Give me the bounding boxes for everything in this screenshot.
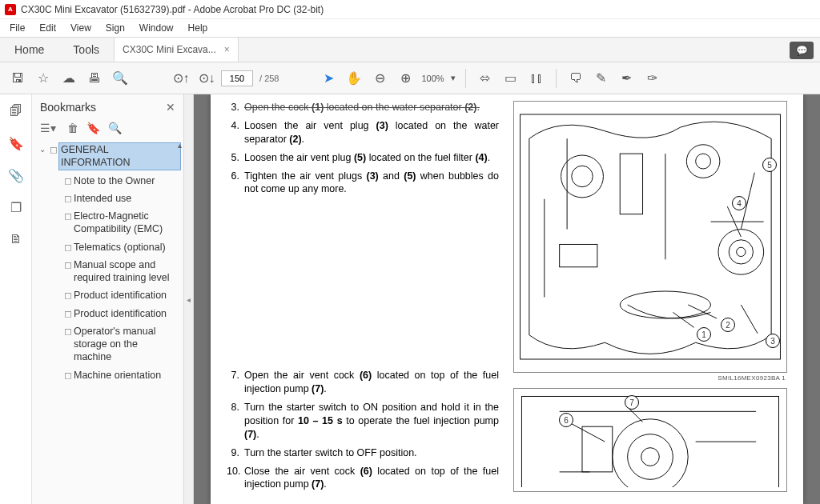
bookmark-item[interactable]: ◻Machine orientation bbox=[51, 366, 183, 384]
bookmarks-icon[interactable]: 🔖 bbox=[7, 134, 25, 152]
callout-7: 7 bbox=[625, 395, 639, 410]
svg-line-12 bbox=[688, 305, 717, 318]
bookmark-item[interactable]: ◻Product identification bbox=[51, 305, 183, 322]
figure-1-caption: SMIL16MEX0923BA 1 bbox=[513, 373, 787, 382]
nav-rail: 🗐 🔖 📎 ❐ 🗎 bbox=[0, 94, 32, 504]
fit-width-icon[interactable]: ⬄ bbox=[474, 67, 496, 90]
bookmark-item[interactable]: ◻Intended use bbox=[51, 190, 183, 207]
tab-tools[interactable]: Tools bbox=[58, 38, 114, 62]
zoom-out-icon[interactable]: ⊖ bbox=[368, 67, 391, 90]
bookmark-options-icon[interactable]: ☰▾ bbox=[40, 122, 56, 134]
instruction-step: 4.Loosen the air vent plug (3) located o… bbox=[227, 119, 499, 146]
attachments-icon[interactable]: 📎 bbox=[7, 166, 25, 184]
bookmark-label: Note to the Owner bbox=[74, 174, 180, 187]
document-viewport[interactable]: 3.Open the cock (1) located on the water… bbox=[194, 94, 820, 504]
bookmarks-list[interactable]: ▴ ⌄ ◻ GENERAL INFORMATION ◻Note to the O… bbox=[32, 139, 183, 504]
bookmark-glyph-icon: ◻ bbox=[62, 258, 74, 270]
tab-row: Home Tools CX30C Mini Excava... × 💬 bbox=[0, 37, 820, 62]
save-icon[interactable]: 🖫 bbox=[6, 67, 29, 90]
bookmark-item[interactable]: ◻Telematics (optional) bbox=[51, 238, 183, 256]
zoom-caret-icon[interactable]: ▾ bbox=[451, 73, 456, 83]
cloud-up-icon[interactable]: ☁ bbox=[58, 67, 80, 90]
comment-icon[interactable]: 🗨 bbox=[565, 67, 587, 90]
bookmark-delete-icon[interactable]: 🗑 bbox=[67, 122, 78, 134]
menu-window[interactable]: Window bbox=[133, 21, 180, 35]
hand-icon[interactable]: ✋ bbox=[343, 67, 365, 90]
instruction-step: 9.Turn the starter switch to OFF positio… bbox=[227, 446, 499, 460]
bookmark-label: Product identification bbox=[74, 307, 180, 320]
bookmark-find-icon[interactable]: 🔍 bbox=[108, 122, 122, 134]
menu-view[interactable]: View bbox=[64, 21, 98, 35]
fit-page-icon[interactable]: ▭ bbox=[500, 67, 522, 90]
svg-line-11 bbox=[673, 312, 693, 327]
tab-document[interactable]: CX30C Mini Excava... × bbox=[114, 38, 239, 62]
bookmark-glyph-icon: ◻ bbox=[62, 325, 74, 337]
bookmark-item[interactable]: ◻Product identification bbox=[51, 286, 183, 304]
bookmark-item[interactable]: ◻Operator's manual storage on the machin… bbox=[51, 322, 183, 366]
bookmark-label: GENERAL INFORMATION bbox=[59, 143, 180, 170]
bookmark-glyph-icon: ◻ bbox=[62, 289, 74, 301]
zoom-in-icon[interactable]: ⊕ bbox=[394, 67, 416, 90]
menu-file[interactable]: File bbox=[3, 21, 31, 35]
star-icon[interactable]: ☆ bbox=[32, 67, 54, 90]
bookmarks-panel: Bookmarks ✕ ☰▾ 🗑 🔖 🔍 ▴ ⌄ ◻ GENERAL INFOR… bbox=[32, 94, 184, 504]
title-bar: A CX30C Mini Excavator (51632739).pdf - … bbox=[0, 0, 820, 19]
highlight-icon[interactable]: ✎ bbox=[590, 67, 613, 90]
pointer-icon[interactable]: ➤ bbox=[317, 67, 340, 90]
menu-help[interactable]: Help bbox=[182, 21, 215, 35]
tab-home[interactable]: Home bbox=[0, 38, 58, 62]
bookmark-glyph-icon: ◻ bbox=[62, 192, 74, 204]
callout-3: 3 bbox=[766, 334, 780, 348]
sign-icon[interactable]: ✒ bbox=[616, 67, 638, 90]
read-mode-icon[interactable]: ⫿⫿ bbox=[525, 67, 548, 90]
svg-point-6 bbox=[729, 240, 753, 264]
bookmark-label: Operator's manual storage on the machine bbox=[74, 325, 180, 364]
bookmark-item[interactable]: ◻Electro-Magnetic Compatibility (EMC) bbox=[51, 207, 183, 238]
callout-1: 1 bbox=[697, 327, 711, 342]
zoom-level[interactable]: 100% bbox=[421, 74, 444, 83]
bookmark-glyph-icon: ◻ bbox=[48, 143, 59, 155]
menu-edit[interactable]: Edit bbox=[33, 21, 62, 35]
pdf-page: 3.Open the cock (1) located on the water… bbox=[211, 94, 803, 504]
image-column: 1 2 3 4 5 SMIL16MEX0923BA 1 bbox=[513, 101, 787, 488]
bookmark-label: Electro-Magnetic Compatibility (EMC) bbox=[74, 210, 180, 236]
bookmark-glyph-icon: ◻ bbox=[62, 369, 74, 381]
svg-point-3 bbox=[686, 145, 720, 178]
text-column: 3.Open the cock (1) located on the water… bbox=[227, 101, 499, 488]
page-down-icon[interactable]: ⊙↓ bbox=[195, 67, 218, 90]
svg-rect-0 bbox=[521, 114, 781, 359]
svg-point-17 bbox=[613, 419, 688, 487]
svg-rect-20 bbox=[582, 426, 613, 472]
bookmark-root[interactable]: ⌄ ◻ GENERAL INFORMATION bbox=[37, 141, 183, 172]
tab-close-icon[interactable]: × bbox=[224, 44, 230, 55]
menu-sign[interactable]: Sign bbox=[99, 21, 131, 35]
scroll-up-icon[interactable]: ▴ bbox=[178, 141, 182, 150]
bookmark-glyph-icon: ◻ bbox=[62, 174, 74, 186]
svg-line-13 bbox=[741, 305, 758, 334]
pages-icon[interactable]: 🗎 bbox=[7, 230, 25, 248]
search-icon[interactable]: 🔍 bbox=[109, 67, 131, 90]
expand-icon[interactable]: ⌄ bbox=[37, 143, 48, 154]
svg-rect-9 bbox=[560, 244, 597, 266]
callout-6: 6 bbox=[559, 413, 573, 427]
thumbnails-icon[interactable]: 🗐 bbox=[7, 102, 25, 120]
callout-2: 2 bbox=[721, 318, 735, 332]
menu-bar: File Edit View Sign Window Help bbox=[0, 19, 820, 37]
bookmarks-close-icon[interactable]: ✕ bbox=[166, 101, 175, 114]
instruction-step: 7.Open the air vent cock (6) located on … bbox=[227, 369, 499, 396]
svg-point-19 bbox=[641, 448, 660, 466]
main-area: 🗐 🔖 📎 ❐ 🗎 Bookmarks ✕ ☰▾ 🗑 🔖 🔍 ▴ ⌄ ◻ GEN… bbox=[0, 94, 820, 504]
page-up-icon[interactable]: ⊙↑ bbox=[170, 67, 192, 90]
chat-icon[interactable]: 💬 bbox=[790, 42, 814, 59]
instruction-step: 5.Loosen the air vent plug (5) located o… bbox=[227, 151, 499, 165]
print-icon[interactable]: 🖶 bbox=[83, 67, 106, 90]
bookmark-new-icon[interactable]: 🔖 bbox=[86, 122, 100, 134]
bookmark-item[interactable]: ◻Manual scope and required training leve… bbox=[51, 256, 183, 287]
instruction-step: 6.Tighten the air vent plugs (3) and (5)… bbox=[227, 170, 499, 197]
collapse-handle[interactable]: ◂ bbox=[184, 94, 194, 504]
tab-document-label: CX30C Mini Excava... bbox=[123, 44, 216, 55]
layers-icon[interactable]: ❐ bbox=[7, 198, 25, 216]
page-number-input[interactable] bbox=[221, 70, 253, 86]
bookmark-item[interactable]: ◻Note to the Owner bbox=[51, 172, 183, 190]
stamp-icon[interactable]: ✑ bbox=[641, 67, 664, 90]
